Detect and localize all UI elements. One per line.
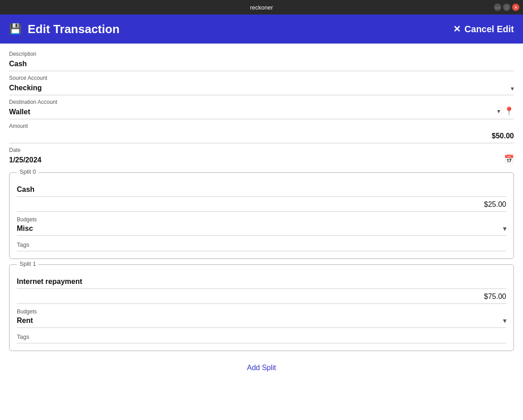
split-1-legend: Split 1: [17, 260, 39, 267]
description-field: Description Cash: [9, 51, 514, 71]
cancel-edit-button[interactable]: ✕ Cancel Edit: [453, 24, 514, 34]
maximize-button[interactable]: □: [503, 4, 510, 11]
titlebar: reckoner — □ ✕: [0, 0, 523, 15]
source-account-dropdown-icon[interactable]: ▾: [511, 85, 514, 95]
header-left: 💾 Edit Transaction: [9, 22, 119, 36]
destination-account-field: Destination Account Wallet ▾ 📍: [9, 99, 514, 119]
description-divider: [9, 71, 514, 71]
app-title: reckoner: [250, 4, 273, 11]
split-1-desc-divider: [17, 288, 506, 289]
split-0-budgets-row: Misc ▾: [17, 224, 506, 235]
split-0-budgets-dropdown-icon[interactable]: ▾: [503, 225, 506, 232]
split-0-budgets-divider: [17, 235, 506, 236]
destination-account-dropdown-icon[interactable]: ▾: [497, 107, 500, 117]
source-account-value[interactable]: Checking: [9, 82, 42, 95]
source-account-label: Source Account: [9, 75, 514, 81]
split-1-tags-label: Tags: [17, 333, 506, 343]
split-0-amount[interactable]: $25.00: [17, 199, 506, 211]
split-1-budgets-value[interactable]: Rent: [17, 317, 33, 325]
split-1-description[interactable]: Internet repayment: [17, 270, 506, 288]
minimize-button[interactable]: —: [494, 4, 501, 11]
date-value[interactable]: 1/25/2024: [9, 154, 41, 167]
source-account-divider: [9, 95, 514, 95]
split-1-budgets-row: Rent ▾: [17, 316, 506, 327]
add-split-button[interactable]: Add Split: [9, 357, 514, 376]
amount-value[interactable]: $50.00: [9, 130, 514, 143]
split-0-amount-divider: [17, 211, 506, 212]
date-label: Date: [9, 147, 514, 153]
destination-account-divider: [9, 119, 514, 119]
split-1-budgets-dropdown-icon[interactable]: ▾: [503, 317, 506, 324]
source-account-field: Source Account Checking ▾: [9, 75, 514, 95]
split-1-card: Split 1 Internet repayment $75.00 Budget…: [9, 264, 514, 351]
split-0-description[interactable]: Cash: [17, 178, 506, 196]
save-icon: 💾: [9, 23, 21, 35]
calendar-icon[interactable]: 📅: [504, 154, 514, 167]
window-controls: — □ ✕: [494, 4, 519, 11]
location-icon[interactable]: 📍: [504, 106, 514, 119]
split-0-tags-divider: [17, 251, 506, 251]
date-row: 1/25/2024 📅: [9, 154, 514, 167]
amount-divider: [9, 143, 514, 143]
main-content: Description Cash Source Account Checking…: [0, 44, 523, 420]
description-label: Description: [9, 51, 514, 57]
split-0-card: Split 0 Cash $25.00 Budgets Misc ▾ Tags: [9, 172, 514, 259]
split-0-desc-divider: [17, 196, 506, 197]
description-value[interactable]: Cash: [9, 58, 514, 71]
split-1-amount[interactable]: $75.00: [17, 291, 506, 303]
cancel-x-icon: ✕: [453, 24, 461, 34]
amount-label: Amount: [9, 123, 514, 129]
destination-account-row: Wallet ▾ 📍: [9, 106, 514, 119]
destination-account-value[interactable]: Wallet: [9, 106, 30, 119]
split-0-tags-label: Tags: [17, 241, 506, 251]
page-title: Edit Transaction: [28, 22, 119, 36]
split-0-budgets-label: Budgets: [17, 216, 506, 223]
date-field: Date 1/25/2024 📅: [9, 147, 514, 167]
amount-field: Amount $50.00: [9, 123, 514, 143]
split-1-budgets-divider: [17, 327, 506, 328]
destination-account-icons: ▾ 📍: [497, 106, 514, 119]
destination-account-label: Destination Account: [9, 99, 514, 105]
split-1-budgets-label: Budgets: [17, 308, 506, 315]
cancel-edit-label: Cancel Edit: [464, 24, 514, 34]
split-1-tags-divider: [17, 343, 506, 343]
source-account-row: Checking ▾: [9, 82, 514, 95]
split-0-legend: Split 0: [17, 168, 39, 175]
split-1-amount-divider: [17, 303, 506, 304]
split-0-budgets-value[interactable]: Misc: [17, 225, 33, 233]
header-bar: 💾 Edit Transaction ✕ Cancel Edit: [0, 15, 523, 44]
close-button[interactable]: ✕: [512, 4, 519, 11]
